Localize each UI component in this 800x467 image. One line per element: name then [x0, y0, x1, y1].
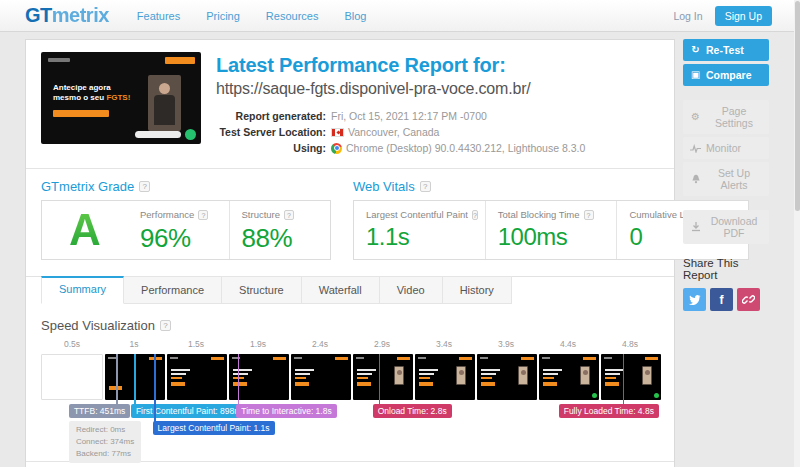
meta-value: Chrome (Desktop) 90.0.4430.212, Lighthou… — [331, 140, 585, 156]
filmstrip-frames — [41, 354, 661, 400]
filmstrip-frame — [601, 354, 661, 400]
metric-label-text: Total Blocking Time — [498, 209, 580, 220]
share-buttons: f — [683, 288, 769, 311]
frame-chat-bubble — [654, 393, 659, 398]
gtmetrix-grade-section: GTmetrix Grade ? A Performance?96%Struct… — [41, 179, 331, 260]
top-navbar: GTmetrix FeaturesPricingResourcesBlog Lo… — [0, 0, 800, 32]
ttfb-detail-row: Backend: 77ms — [76, 448, 134, 460]
frame-logo — [356, 357, 364, 359]
frame-text-line — [481, 377, 492, 379]
help-icon[interactable]: ? — [198, 210, 208, 220]
metric-label: Structure? — [242, 209, 321, 220]
filmstrip-frame — [477, 354, 537, 400]
tab-performance[interactable]: Performance — [124, 276, 222, 304]
frame-text-line — [481, 369, 500, 371]
sidebar-button-label: Download PDF — [706, 215, 762, 239]
filmstrip-tick: 4.4s — [537, 339, 599, 354]
metric-structure: Structure?88% — [229, 201, 331, 259]
frame-phone-image — [518, 366, 528, 385]
timing-marker-label: Onload Time: 2.8s — [373, 404, 452, 418]
sidebar-button-label: Re-Test — [706, 44, 744, 56]
metric-label: Total Blocking Time? — [498, 209, 607, 220]
login-link[interactable]: Log In — [673, 10, 702, 22]
filmstrip-frame — [229, 354, 289, 400]
set-up-alerts-button[interactable]: Set Up Alerts — [683, 162, 769, 196]
monitor-icon — [690, 144, 701, 153]
re-test-button[interactable]: ↻Re-Test — [683, 39, 769, 61]
frame-text-line — [233, 373, 248, 375]
gtmetrix-logo[interactable]: GTmetrix — [25, 4, 109, 27]
frame-text-line — [295, 369, 314, 371]
tab-video[interactable]: Video — [380, 276, 443, 304]
meta-label: Using: — [216, 140, 326, 156]
help-icon[interactable]: ? — [284, 210, 294, 220]
scrollbar-track[interactable] — [794, 0, 800, 467]
report-card: Antecipe agora mesmo o seu FGTS! Latest … — [25, 39, 675, 467]
compare-button[interactable]: ▣Compare — [683, 64, 769, 86]
scores-row: GTmetrix Grade ? A Performance?96%Struct… — [41, 179, 659, 260]
grade-panel: A Performance?96%Structure?88% — [41, 200, 331, 260]
tab-history[interactable]: History — [443, 276, 512, 304]
frame-text-line — [605, 369, 624, 371]
frame-topbar — [583, 357, 596, 360]
metric-label-text: Largest Contentful Paint — [366, 209, 468, 220]
tab-structure[interactable]: Structure — [222, 276, 302, 304]
frame-topbar — [273, 357, 286, 360]
nav-link-resources[interactable]: Resources — [266, 10, 319, 22]
frame-topbar — [397, 357, 410, 360]
tab-waterfall[interactable]: Waterfall — [302, 276, 380, 304]
tabs-bar: SummaryPerformanceStructureWaterfallVide… — [26, 276, 674, 304]
meta-label: Test Server Location: — [216, 124, 326, 140]
thumb-headline-accent: FGTS! — [106, 93, 130, 102]
frame-topbar — [645, 357, 658, 360]
download-icon — [690, 222, 701, 232]
frame-topbar — [335, 357, 348, 360]
filmstrip: 0.5s1s1.5s1.9s2.4s2.9s3.4s3.9s4.4s4.8s T… — [41, 339, 661, 457]
grade-letter: A — [42, 201, 128, 259]
frame-text-line — [357, 377, 368, 379]
grade-heading: GTmetrix Grade — [41, 179, 134, 194]
frame-text-line — [295, 377, 306, 379]
frame-logo — [170, 357, 178, 359]
help-icon[interactable]: ? — [160, 320, 171, 331]
page-settings-button[interactable]: ⚙Page Settings — [683, 100, 769, 134]
frame-button — [295, 382, 309, 386]
facebook-icon[interactable]: f — [710, 288, 733, 311]
metric-total-blocking-time: Total Blocking Time?100ms — [485, 201, 617, 259]
report-meta-row: Using:Chrome (Desktop) 90.0.4430.212, Li… — [216, 140, 585, 156]
frame-text-line — [357, 373, 372, 375]
signup-button[interactable]: Sign Up — [715, 6, 772, 26]
help-icon[interactable]: ? — [584, 210, 594, 220]
metric-label: Largest Contentful Paint? — [366, 209, 475, 220]
frame-phone-image — [394, 366, 404, 385]
link-icon[interactable] — [737, 288, 760, 311]
chrome-icon — [331, 143, 342, 154]
monitor-button[interactable]: Monitor — [683, 137, 769, 159]
twitter-icon[interactable] — [683, 288, 706, 311]
main-content: Antecipe agora mesmo o seu FGTS! Latest … — [0, 32, 800, 467]
gear-icon: ⚙ — [690, 112, 701, 122]
help-icon[interactable]: ? — [420, 181, 431, 192]
thumb-person-image — [148, 75, 181, 131]
nav-link-features[interactable]: Features — [137, 10, 180, 22]
frame-text-line — [419, 369, 438, 371]
frame-text-line — [543, 377, 554, 379]
thumb-topbar — [165, 57, 195, 64]
report-info: Latest Performance Report for: https://s… — [216, 52, 585, 156]
frame-topbar — [211, 357, 224, 360]
tab-summary[interactable]: Summary — [41, 276, 124, 304]
frame-text-line — [543, 369, 562, 371]
nav-link-blog[interactable]: Blog — [344, 10, 366, 22]
thumb-site-logo — [48, 58, 70, 62]
download-pdf-button[interactable]: Download PDF — [683, 210, 769, 244]
scrollbar-thumb[interactable] — [795, 1, 800, 211]
logo-metrix: metrix — [52, 4, 109, 26]
meta-value-text: Vancouver, Canada — [348, 124, 439, 140]
help-icon[interactable]: ? — [472, 210, 478, 220]
report-meta: Report generated:Fri, Oct 15, 2021 12:17… — [216, 108, 585, 156]
nav-link-pricing[interactable]: Pricing — [206, 10, 240, 22]
help-icon[interactable]: ? — [139, 181, 150, 192]
frame-phone-image — [580, 366, 590, 385]
filmstrip-frame — [41, 354, 103, 400]
page-title: Latest Performance Report for: — [216, 54, 585, 77]
